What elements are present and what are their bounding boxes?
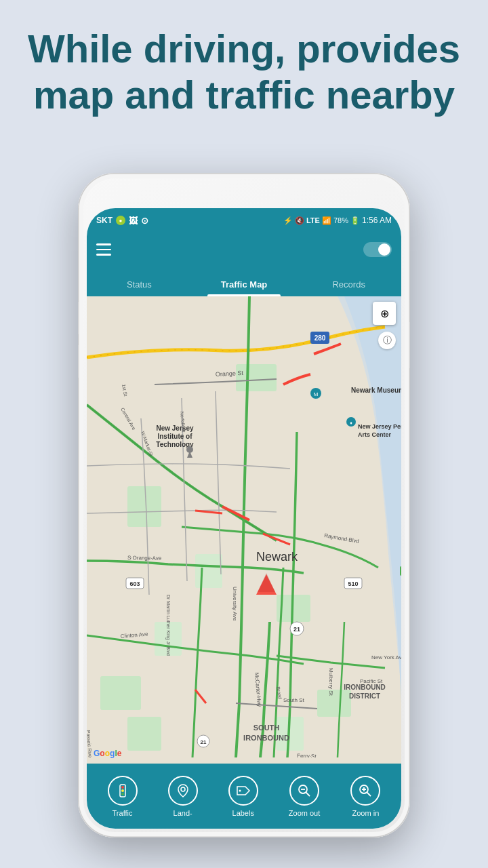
svg-rect-9 [127, 717, 161, 751]
tab-status[interactable]: Status [87, 279, 192, 296]
vol-up-button[interactable] [78, 302, 79, 334]
zoom-out-icon-circle [289, 776, 319, 806]
svg-text:280: 280 [314, 334, 326, 342]
svg-text:Arts Center: Arts Center [358, 431, 392, 438]
page-header: While driving, provides map and traffic … [0, 0, 488, 125]
traffic-icon-circle [108, 776, 138, 806]
svg-text:Newark: Newark [256, 550, 298, 564]
phone-shell: SKT ● 🖼 ⊙ ⚡ 🔇 LTE 📶 78% 🔋 1:56 AM [78, 173, 410, 837]
nav-item-traffic[interactable]: Traffic [108, 776, 138, 817]
zoom-in-label: Zoom in [352, 809, 380, 817]
image-icon: 🖼 [129, 216, 138, 226]
tab-bar: Status Traffic Map Records [87, 267, 401, 296]
svg-rect-2 [127, 486, 161, 527]
carrier-label: SKT [96, 216, 113, 225]
tab-records[interactable]: Records [296, 279, 401, 296]
landmark-icon-circle [168, 776, 198, 806]
time-label: 1:56 AM [362, 216, 392, 225]
svg-text:IRONBOUND: IRONBOUND [344, 684, 386, 691]
current-location-button[interactable]: ⊕ [373, 302, 396, 325]
screen-bezel: SKT ● 🖼 ⊙ ⚡ 🔇 LTE 📶 78% 🔋 1:56 AM [87, 208, 401, 829]
bottom-nav: Traffic Land- [87, 764, 401, 829]
toggle-knob [378, 243, 390, 256]
info-icon: ⓘ [383, 334, 392, 347]
svg-point-61 [121, 793, 124, 795]
status-bar: SKT ● 🖼 ⊙ ⚡ 🔇 LTE 📶 78% 🔋 1:56 AM [87, 208, 401, 233]
svg-text:Mulberry St: Mulberry St [328, 668, 334, 696]
zoom-out-label: Zoom out [289, 809, 320, 817]
svg-text:New York Ave: New York Ave [371, 654, 401, 660]
power-button[interactable] [409, 322, 410, 368]
nav-item-labels[interactable]: Labels [228, 776, 258, 817]
headline-line2: map and traffic nearby [33, 73, 455, 117]
status-right: ⚡ 🔇 LTE 📶 78% 🔋 1:56 AM [283, 216, 392, 225]
svg-point-59 [121, 786, 124, 789]
traffic-signal-icon [115, 783, 130, 798]
headline: While driving, provides map and traffic … [27, 26, 461, 119]
traffic-label: Traffic [113, 809, 133, 817]
svg-line-70 [367, 792, 371, 796]
svg-text:South St: South St [283, 697, 304, 703]
page-background: While driving, provides map and traffic … [0, 0, 488, 868]
nav-item-zoom-out[interactable]: Zoom out [289, 776, 320, 817]
svg-rect-1 [236, 364, 277, 391]
map-svg: Orange St Raymond·Blvd S·Orange·Ave Sout… [87, 296, 401, 757]
svg-text:S·Orange·Ave: S·Orange·Ave [127, 555, 162, 561]
svg-text:510: 510 [348, 580, 358, 587]
svg-point-53 [186, 446, 193, 453]
svg-text:21: 21 [293, 626, 300, 633]
svg-text:♦: ♦ [350, 420, 352, 425]
svg-text:Ferry·St: Ferry·St [297, 753, 317, 757]
bluetooth-icon: ⚡ [283, 216, 293, 225]
svg-rect-6 [100, 676, 141, 710]
svg-rect-3 [195, 554, 222, 588]
landmark-pin-icon [176, 783, 190, 798]
location-crosshair-icon: ⊕ [380, 307, 389, 320]
svg-point-63 [239, 789, 241, 791]
gps-icon: ● [116, 216, 125, 225]
labels-tag-icon [236, 785, 251, 797]
zoom-out-magnifier-icon [297, 783, 312, 798]
svg-text:603: 603 [129, 580, 140, 587]
nav-item-landmark[interactable]: Land- [168, 776, 198, 817]
app-toolbar [87, 233, 401, 267]
svg-text:Newark Museum: Newark Museum [351, 387, 401, 394]
svg-rect-49 [400, 566, 401, 576]
svg-text:University Ave: University Ave [232, 587, 238, 621]
svg-text:Institute of: Institute of [157, 433, 192, 440]
google-logo: Google [94, 749, 121, 758]
battery-icon: 🔋 [350, 216, 360, 225]
vol-down-button[interactable] [78, 345, 79, 378]
svg-text:New Jersey: New Jersey [156, 425, 193, 432]
svg-point-60 [121, 789, 124, 792]
mute-icon: 🔇 [295, 216, 304, 225]
svg-text:21: 21 [201, 739, 207, 745]
status-left: SKT ● 🖼 ⊙ [96, 216, 148, 226]
map-area: Orange St Raymond·Blvd S·Orange·Ave Sout… [87, 296, 401, 764]
svg-line-66 [306, 792, 310, 796]
svg-text:DISTRICT: DISTRICT [349, 692, 380, 700]
labels-icon-circle [228, 776, 258, 806]
labels-label: Labels [232, 809, 254, 817]
svg-text:SOUTH: SOUTH [253, 724, 280, 732]
svg-text:New Jersey Perf: New Jersey Perf [358, 423, 401, 430]
svg-point-62 [181, 787, 185, 791]
landmark-label: Land- [174, 809, 192, 817]
zoom-in-magnifier-icon [358, 783, 373, 798]
info-button[interactable]: ⓘ [378, 332, 396, 349]
zoom-in-icon-circle [350, 776, 380, 806]
svg-text:Dr Martin Luther King Jr Blvd: Dr Martin Luther King Jr Blvd [165, 595, 171, 656]
svg-text:IRONBOUND: IRONBOUND [243, 734, 289, 742]
hamburger-button[interactable] [96, 243, 111, 256]
toggle-switch[interactable] [363, 242, 392, 257]
tab-traffic-map[interactable]: Traffic Map [192, 279, 297, 296]
battery-label: 78% [333, 216, 348, 224]
circle-icon: ⊙ [141, 216, 148, 226]
headline-line1: While driving, provides [28, 26, 460, 71]
svg-text:M: M [314, 391, 319, 397]
lte-label: LTE [306, 216, 320, 224]
signal-icon: 📶 [322, 216, 331, 225]
nav-item-zoom-in[interactable]: Zoom in [350, 776, 380, 817]
